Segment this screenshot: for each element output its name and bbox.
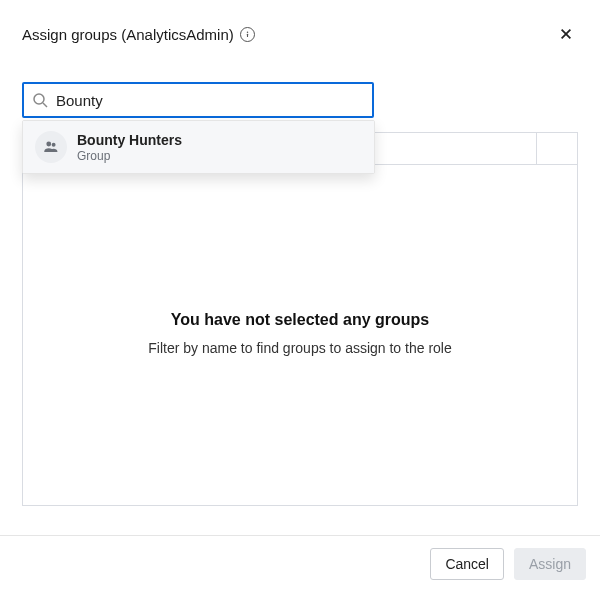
search-input[interactable] (48, 92, 364, 109)
search-wrap: Bounty Hunters Group (22, 82, 578, 118)
assign-button[interactable]: Assign (514, 548, 586, 580)
empty-state-title: You have not selected any groups (171, 311, 429, 329)
suggestion-name: Bounty Hunters (77, 132, 182, 148)
svg-rect-1 (247, 33, 248, 36)
svg-point-0 (247, 31, 248, 32)
close-icon (559, 27, 573, 41)
suggestion-text: Bounty Hunters Group (77, 132, 182, 163)
search-icon (32, 92, 48, 108)
group-avatar (35, 131, 67, 163)
selected-groups-table: You have not selected any groups Filter … (22, 132, 578, 506)
close-button[interactable] (554, 22, 578, 46)
search-field[interactable] (22, 82, 374, 118)
svg-point-4 (34, 94, 44, 104)
cancel-button[interactable]: Cancel (430, 548, 504, 580)
title-wrap: Assign groups (AnalyticsAdmin) (22, 26, 255, 43)
info-icon[interactable] (240, 27, 255, 42)
dialog-header: Assign groups (AnalyticsAdmin) (22, 22, 578, 46)
search-suggestions: Bounty Hunters Group (22, 120, 375, 174)
dialog-footer: Cancel Assign (0, 535, 600, 592)
suggestion-item[interactable]: Bounty Hunters Group (23, 121, 374, 173)
svg-point-6 (46, 142, 51, 147)
dialog-title: Assign groups (AnalyticsAdmin) (22, 26, 234, 43)
table-header-actions (537, 133, 577, 164)
assign-groups-dialog: Assign groups (AnalyticsAdmin) (0, 0, 600, 592)
group-icon (42, 138, 60, 156)
suggestion-type: Group (77, 149, 182, 163)
empty-state: You have not selected any groups Filter … (23, 165, 577, 505)
dialog-body: Assign groups (AnalyticsAdmin) (0, 0, 600, 535)
empty-state-subtitle: Filter by name to find groups to assign … (148, 339, 452, 359)
svg-line-5 (43, 103, 47, 107)
svg-point-7 (52, 143, 56, 147)
